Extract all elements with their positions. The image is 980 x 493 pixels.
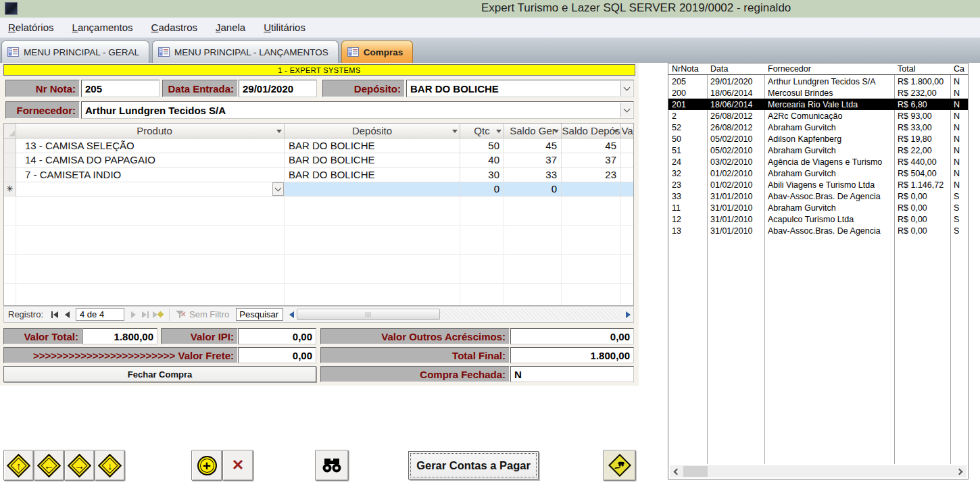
qtd-cell[interactable]: 30 — [460, 167, 504, 182]
list-scrollbar-thumb[interactable] — [683, 466, 708, 477]
data-entrada-field[interactable]: 29/01/2020 — [239, 80, 317, 97]
list-header-row: NrNota Data Fornecedor Total Ca — [668, 63, 968, 75]
list-row[interactable]: 5005/02/2010Adilson KapfenbergR$ 19,80N — [668, 133, 968, 145]
saldo-geral-cell[interactable]: 33 — [504, 167, 562, 182]
produto-cell[interactable]: 7 - CAMISETA INDIO — [16, 167, 285, 182]
new-row-deposito-cell[interactable] — [285, 182, 460, 197]
compra-fechada-field[interactable]: N — [510, 366, 634, 382]
list-header-data: Data — [707, 63, 764, 74]
list-row[interactable]: 20529/01/2020Arthur Lundgren Tecidos S/A… — [668, 76, 968, 87]
qtd-cell[interactable]: 50 — [460, 138, 504, 153]
delete-record-button[interactable]: ✕ — [222, 450, 253, 481]
saldo-geral-cell[interactable]: 37 — [504, 153, 562, 167]
nr-nota-field[interactable]: 205 — [81, 80, 160, 97]
grid-row[interactable]: 13 - CAMISA SELEÇÃOBAR DO BOLICHE504545 — [4, 138, 633, 153]
chevron-down-icon[interactable] — [620, 81, 633, 96]
scroll-left-icon[interactable] — [286, 308, 297, 321]
list-row[interactable]: 20118/06/2014Mercearia Rio Vale LtdaR$ 6… — [668, 99, 968, 110]
tab-menu-principal-lancamentos[interactable]: MENU PRINCIPAL - LANÇAMENTOS — [152, 41, 339, 63]
menu-utilitarios[interactable]: Utilitários — [264, 22, 305, 33]
new-row-saldo-deposito-cell[interactable] — [562, 182, 621, 197]
chevron-down-icon[interactable] — [272, 182, 284, 197]
produto-cell[interactable]: 13 - CAMISA SELEÇÃO — [16, 138, 285, 153]
saldo-geral-cell[interactable]: 45 — [504, 138, 562, 153]
search-input[interactable]: Pesquisar — [236, 308, 283, 321]
grid-row[interactable]: 7 - CAMISETA INDIOBAR DO BOLICHE303323 — [4, 167, 633, 182]
deposito-combobox[interactable]: BAR DO BOLICHE — [406, 80, 634, 97]
menu-relatorios[interactable]: Relatórios — [8, 22, 54, 33]
next-record-sign-button[interactable]: → — [64, 450, 95, 481]
first-record-button[interactable] — [49, 309, 61, 320]
tab-compras[interactable]: Compras — [341, 41, 414, 63]
deposito-cell[interactable]: BAR DO BOLICHE — [285, 138, 460, 153]
valor-total-field[interactable]: 1.800,00 — [82, 328, 157, 344]
total-final-field[interactable]: 1.800,00 — [510, 347, 634, 363]
new-row-valor-cell[interactable] — [621, 182, 633, 197]
fechar-compra-button[interactable]: Fechar Compra — [3, 366, 316, 382]
record-selector-cell[interactable] — [4, 167, 16, 182]
arrow-up-sign-icon: ↑ — [7, 453, 30, 477]
list-row[interactable]: 2403/02/2010Agência de Viagens e Turismo… — [668, 156, 968, 167]
outros-acrescimos-field[interactable]: 0,00 — [510, 328, 634, 344]
deposito-value: BAR DO BOLICHE — [410, 83, 499, 95]
new-row-produto-cell[interactable] — [16, 182, 285, 197]
fornecedor-combobox[interactable]: Arthur Lundgren Tecidos S/A — [81, 101, 634, 119]
menu-janela[interactable]: Janela — [216, 22, 245, 33]
previous-record-button[interactable] — [61, 309, 73, 320]
valor-cell[interactable] — [621, 138, 633, 153]
saldo-deposito-cell[interactable]: 23 — [562, 167, 621, 182]
saldo-deposito-cell[interactable]: 37 — [562, 153, 621, 167]
valor-cell[interactable] — [621, 153, 633, 167]
list-row[interactable]: 226/08/2012A2Rc ComunicaçãoR$ 93,00N — [668, 110, 968, 122]
add-record-button[interactable]: + — [191, 450, 222, 481]
horizontal-scrollbar-track[interactable] — [440, 309, 622, 320]
tab-menu-principal-geral[interactable]: MENU PRINCIPAL - GERAL — [1, 41, 149, 63]
list-row[interactable]: 1331/01/2010Abav-Assoc.Bras. De AgenciaR… — [668, 225, 968, 236]
list-row[interactable]: 2301/02/2010Abili Viagens e Turismo Ltda… — [668, 179, 968, 190]
column-header-saldo-geral[interactable]: Saldo Ger — [504, 124, 562, 138]
horizontal-scrollbar-thumb[interactable] — [297, 309, 440, 320]
gerar-contas-a-pagar-button[interactable]: Gerar Contas a Pagar — [408, 451, 539, 479]
column-header-deposito[interactable]: Depósito — [285, 124, 460, 138]
dropdown-arrow-icon — [613, 130, 618, 133]
list-row[interactable]: 3201/02/2010Abraham GurvitchR$ 504,00N — [668, 167, 968, 179]
chevron-down-icon[interactable] — [620, 103, 633, 118]
valor-ipi-field[interactable]: 0,00 — [238, 328, 316, 344]
list-row[interactable]: 20018/06/2014Mercosul BrindesR$ 232,00N — [668, 87, 968, 99]
new-row-qtd-cell[interactable]: 0 — [460, 182, 504, 197]
valor-frete-field[interactable]: 0,00 — [238, 347, 316, 363]
menu-cadastros[interactable]: Cadastros — [151, 22, 197, 33]
list-horizontal-scrollbar[interactable] — [670, 465, 966, 477]
scroll-right-icon[interactable] — [954, 465, 966, 477]
qtd-cell[interactable]: 40 — [460, 153, 504, 167]
deposito-cell[interactable]: BAR DO BOLICHE — [285, 153, 460, 167]
financeiro-button[interactable] — [603, 450, 636, 481]
record-selector-cell[interactable] — [4, 153, 16, 167]
record-position-box[interactable]: 4 de 4 — [76, 308, 124, 321]
grid-corner-cell[interactable] — [4, 124, 16, 138]
search-records-button[interactable] — [315, 450, 349, 481]
produto-cell[interactable]: 14 - CAMISA DO PAPAGAIO — [16, 153, 285, 167]
list-row[interactable]: 1231/01/2010Acapulco Turismo LtdaR$ 0,00… — [668, 213, 968, 225]
scroll-right-icon[interactable] — [622, 308, 633, 321]
first-record-sign-button[interactable]: ↑ — [3, 450, 34, 481]
record-selector-cell[interactable] — [4, 138, 16, 153]
list-row[interactable]: 1131/01/2010Abraham GurvitchR$ 0,00S — [668, 202, 968, 213]
last-record-sign-button[interactable]: ↓ — [95, 450, 125, 481]
column-header-produto[interactable]: Produto — [16, 124, 285, 138]
grid-row[interactable]: 14 - CAMISA DO PAPAGAIOBAR DO BOLICHE403… — [4, 153, 633, 168]
column-header-qtd[interactable]: Qtc — [460, 124, 504, 138]
new-row-saldo-geral-cell[interactable]: 0 — [504, 182, 562, 197]
menu-lancamentos[interactable]: Lançamentos — [72, 22, 133, 33]
scroll-left-icon[interactable] — [670, 465, 682, 477]
list-row[interactable]: 5105/02/2010Abraham GurvitchR$ 22,00N — [668, 145, 968, 156]
grid-new-row[interactable]: ✳ 0 0 — [4, 182, 633, 197]
deposito-cell[interactable]: BAR DO BOLICHE — [285, 167, 460, 182]
previous-record-sign-button[interactable]: ← — [34, 450, 64, 481]
list-row[interactable]: 3331/01/2010Abav-Assoc.Bras. De AgenciaR… — [668, 190, 968, 202]
column-header-valor[interactable]: Va — [621, 124, 633, 138]
saldo-deposito-cell[interactable]: 45 — [562, 138, 621, 153]
valor-cell[interactable] — [621, 167, 633, 182]
list-row[interactable]: 5226/08/2012Abraham GurvitchR$ 33,00N — [668, 122, 968, 133]
column-header-saldo-deposito[interactable]: Saldo Depós — [562, 124, 621, 138]
